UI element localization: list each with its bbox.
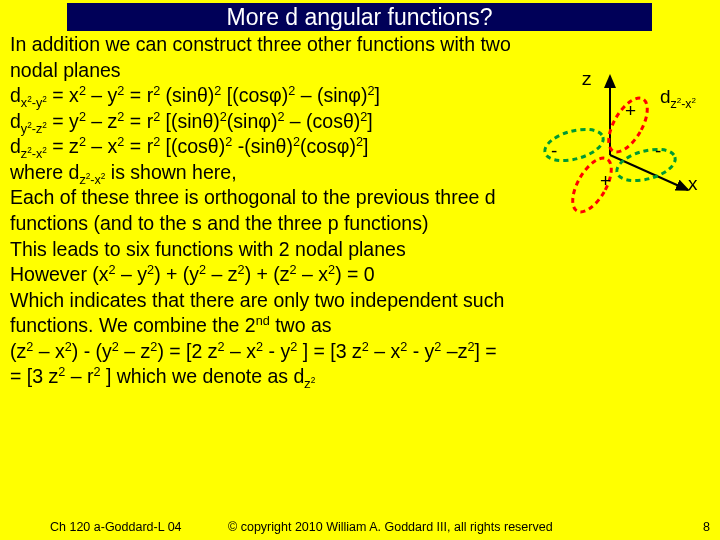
footer-copyright: © copyright 2010 William A. Goddard III,… <box>228 520 553 534</box>
slide: More d angular functions? In addition we… <box>0 0 720 540</box>
line-4: dy2-z2 = y2 – z2 = r2 [(sinθ)2(sinφ)2 – … <box>10 109 704 134</box>
slide-title: More d angular functions? <box>227 4 493 30</box>
line-5: dz2-x2 = z2 – x2 = r2 [(cosθ)2 -(sinθ)2(… <box>10 134 704 159</box>
line-7: Each of these three is orthogonal to the… <box>10 185 704 210</box>
title-band: More d angular functions? <box>67 3 652 31</box>
line-3: dx2-y2 = x2 – y2 = r2 (sinθ)2 [(cosφ)2 –… <box>10 83 704 108</box>
line-14: = [3 z2 – r2 ] which we denote as dz2 <box>10 364 704 389</box>
line-12: functions. We combine the 2nd two as <box>10 313 704 338</box>
line-2: nodal planes <box>10 58 704 83</box>
line-6: where dz2-x2 is shown here, <box>10 160 704 185</box>
line-13: (z2 – x2) - (y2 – z2) = [2 z2 – x2 - y2 … <box>10 339 704 364</box>
line-1: In addition we can construct three other… <box>10 32 704 57</box>
line-11: Which indicates that there are only two … <box>10 288 704 313</box>
footer-left: Ch 120 a-Goddard-L 04 <box>50 520 182 534</box>
line-8: functions (and to the s and the three p … <box>10 211 704 236</box>
page-number: 8 <box>703 520 710 534</box>
body-text: In addition we can construct three other… <box>10 32 704 390</box>
line-10: However (x2 – y2) + (y2 – z2) + (z2 – x2… <box>10 262 704 287</box>
line-9: This leads to six functions with 2 nodal… <box>10 237 704 262</box>
